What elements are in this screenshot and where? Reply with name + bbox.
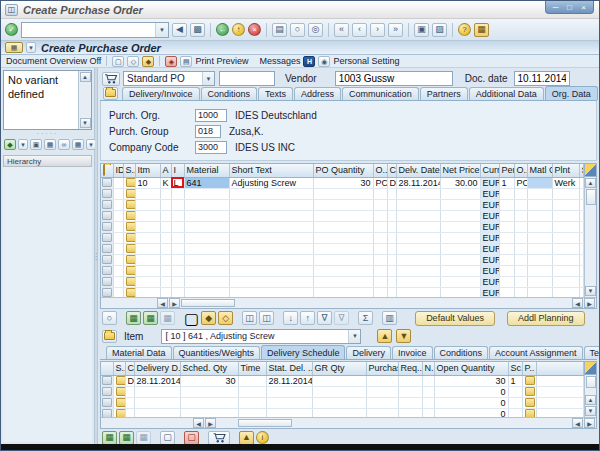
grid-cell[interactable] xyxy=(527,265,552,276)
status-cell[interactable] xyxy=(123,243,135,254)
scroll-left-button[interactable]: ◀ xyxy=(157,298,168,308)
apply-variant-icon[interactable]: ◆ xyxy=(4,139,16,150)
grid-cell[interactable] xyxy=(396,276,440,287)
col-net-price[interactable]: Net Price xyxy=(440,164,480,177)
print-preview-button[interactable]: Print Preview xyxy=(195,56,248,66)
vertical-scrollbar[interactable]: ▲ ▼ xyxy=(584,177,596,297)
grid-cell[interactable] xyxy=(527,221,552,232)
messages-button[interactable]: Messages xyxy=(259,56,300,66)
item-select[interactable]: [ 10 ] 641 , Adjusting Screw ▼ xyxy=(161,329,361,344)
grid-cell[interactable] xyxy=(398,386,422,397)
sc-cell[interactable]: 1 xyxy=(508,375,522,386)
col-delivery-date[interactable]: Delivery D... xyxy=(134,362,180,375)
purch-group-field[interactable]: 018 xyxy=(195,125,221,138)
open-qty-cell[interactable]: 30 xyxy=(434,375,508,386)
customize-layout-icon[interactable]: ▦ xyxy=(474,23,489,37)
col-matl-group[interactable]: Matl Group xyxy=(527,164,552,177)
grid-cell[interactable] xyxy=(579,276,584,287)
grid-cell[interactable] xyxy=(125,386,134,397)
currency-cell[interactable]: EUR xyxy=(480,188,499,199)
tab-conditions-item[interactable]: Conditions xyxy=(434,346,489,359)
grid-cell[interactable] xyxy=(373,199,387,210)
grid-cell[interactable] xyxy=(373,276,387,287)
grid-cell[interactable] xyxy=(396,221,440,232)
plant-cell[interactable]: Werk xyxy=(552,177,579,188)
scroll-up-button[interactable]: ▲ xyxy=(585,395,596,405)
grid-cell[interactable] xyxy=(499,199,514,210)
tab-communication[interactable]: Communication xyxy=(342,87,419,100)
grid-cell[interactable] xyxy=(527,199,552,210)
gr-qty-cell[interactable] xyxy=(312,375,366,386)
grid-cell[interactable] xyxy=(579,232,584,243)
grid-cell[interactable] xyxy=(373,243,387,254)
grid-cell[interactable] xyxy=(422,397,434,408)
help-icon[interactable]: ? xyxy=(458,23,471,36)
grid-cell[interactable] xyxy=(312,397,366,408)
variant-scrollbar[interactable]: ▲ ▼ xyxy=(78,71,91,129)
copy-row-icon[interactable]: ▦ xyxy=(143,311,158,325)
grid-cell[interactable] xyxy=(440,199,480,210)
vertical-scrollbar[interactable]: ▲ ▼ xyxy=(584,375,596,417)
tab-delivery[interactable]: Delivery xyxy=(346,346,391,359)
last-page-icon[interactable]: » xyxy=(388,23,403,37)
col-po-quantity[interactable]: PO Quantity xyxy=(313,164,373,177)
grid-cell[interactable] xyxy=(387,265,396,276)
grid-cell[interactable] xyxy=(440,276,480,287)
expand-header-icon[interactable] xyxy=(103,87,118,100)
open-qty-cell[interactable]: 0 xyxy=(434,397,508,408)
lock-icon[interactable]: ◆ xyxy=(142,56,154,67)
grid-cell[interactable] xyxy=(160,221,171,232)
variant-dropdown-icon[interactable]: ▼ xyxy=(18,139,28,150)
tab-address[interactable]: Address xyxy=(294,87,341,100)
find-icon[interactable]: ○ xyxy=(102,311,117,325)
grid-cell[interactable] xyxy=(229,188,313,199)
grid-cell[interactable] xyxy=(184,232,229,243)
grid-cell[interactable] xyxy=(514,243,527,254)
grid-cell[interactable] xyxy=(552,199,579,210)
document-overview-button[interactable]: Document Overview Off xyxy=(6,56,101,66)
time-cell[interactable] xyxy=(238,375,266,386)
select-all-header[interactable] xyxy=(101,164,113,177)
scroll-right-button[interactable]: ▶ xyxy=(169,298,180,308)
column-layout-icon[interactable]: ◫ xyxy=(259,311,274,325)
item-category-cell[interactable]: L xyxy=(171,177,184,188)
grid-cell[interactable] xyxy=(229,232,313,243)
short-text-cell[interactable]: Adjusting Screw xyxy=(229,177,313,188)
help-h-icon[interactable]: H xyxy=(303,56,315,67)
grid-cell[interactable] xyxy=(514,232,527,243)
create-document-icon[interactable]: ▢ xyxy=(112,56,124,67)
col-delv-date[interactable]: Delv. Date xyxy=(396,164,440,177)
grid-cell[interactable] xyxy=(180,386,238,397)
st-cell[interactable] xyxy=(579,177,584,188)
delete-row-icon[interactable]: ▦ xyxy=(160,311,175,325)
personal-setting-icon[interactable]: ◉ xyxy=(318,56,330,67)
scrollbar-thumb[interactable] xyxy=(238,419,292,427)
status-cell[interactable] xyxy=(123,232,135,243)
scroll-up-button[interactable]: ▲ xyxy=(585,178,596,188)
grid-cell[interactable] xyxy=(499,265,514,276)
info-icon[interactable]: i xyxy=(256,431,269,444)
currency-cell[interactable]: EUR xyxy=(480,221,499,232)
grid-cell[interactable] xyxy=(387,243,396,254)
details-icon[interactable]: ▥ xyxy=(382,311,397,325)
print-icon[interactable]: ▤ xyxy=(272,23,287,37)
tab-delivery-schedule[interactable]: Delivery Schedule xyxy=(261,345,346,359)
binoculars-icon[interactable]: ∞ xyxy=(58,139,70,150)
grid-cell[interactable] xyxy=(373,188,387,199)
grid-cell[interactable] xyxy=(313,232,373,243)
grid-cell[interactable] xyxy=(508,397,522,408)
grid-cell[interactable] xyxy=(135,254,160,265)
maximize-button[interactable]: □ xyxy=(565,2,574,13)
grid-cell[interactable] xyxy=(499,232,514,243)
next-item-button[interactable]: ▼ xyxy=(396,329,411,343)
grid-cell[interactable] xyxy=(184,243,229,254)
del-cat-cell[interactable]: D xyxy=(387,177,396,188)
grid-cell[interactable] xyxy=(499,210,514,221)
copy-line-icon[interactable]: ▦ xyxy=(119,431,134,445)
grid-cell[interactable] xyxy=(171,221,184,232)
grid-cell[interactable] xyxy=(160,276,171,287)
grid-cell[interactable] xyxy=(113,254,123,265)
itm-cell[interactable]: 10 xyxy=(135,177,160,188)
grid-cell[interactable] xyxy=(113,232,123,243)
close-button[interactable]: × xyxy=(579,2,588,13)
